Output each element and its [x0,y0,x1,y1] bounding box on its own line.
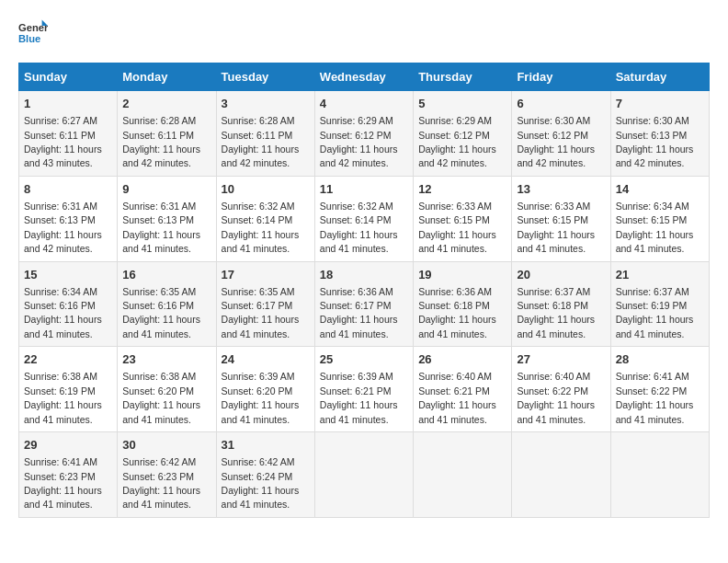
cell-content: Sunrise: 6:38 AMSunset: 6:20 PMDaylight:… [122,371,200,424]
calendar-cell [314,432,413,518]
day-number: 10 [222,181,310,198]
day-number: 11 [320,181,408,198]
cell-content: Sunrise: 6:40 AMSunset: 6:21 PMDaylight:… [418,371,496,424]
cell-content: Sunrise: 6:38 AMSunset: 6:19 PMDaylight:… [24,371,102,424]
day-number: 13 [517,181,605,198]
header-thursday: Thursday [414,63,512,91]
calendar-cell [414,432,512,518]
cell-content: Sunrise: 6:36 AMSunset: 6:18 PMDaylight:… [418,286,496,339]
day-number: 29 [24,437,112,454]
logo: General Blue [18,18,48,48]
calendar-cell: 17Sunrise: 6:35 AMSunset: 6:17 PMDayligh… [216,261,314,347]
calendar-cell: 14Sunrise: 6:34 AMSunset: 6:15 PMDayligh… [610,176,709,261]
cell-content: Sunrise: 6:29 AMSunset: 6:12 PMDaylight:… [320,115,398,168]
page-header: General Blue [18,18,710,48]
cell-content: Sunrise: 6:40 AMSunset: 6:22 PMDaylight:… [517,371,595,424]
calendar-cell: 9Sunrise: 6:31 AMSunset: 6:13 PMDaylight… [118,176,216,261]
day-number: 31 [222,437,310,454]
calendar-week-3: 15Sunrise: 6:34 AMSunset: 6:16 PMDayligh… [19,261,710,347]
day-number: 22 [24,351,112,368]
calendar-cell: 23Sunrise: 6:38 AMSunset: 6:20 PMDayligh… [118,347,216,432]
calendar-cell: 11Sunrise: 6:32 AMSunset: 6:14 PMDayligh… [314,176,413,261]
header-saturday: Saturday [610,63,709,91]
calendar-cell: 5Sunrise: 6:29 AMSunset: 6:12 PMDaylight… [414,91,512,177]
day-number: 21 [616,267,704,283]
calendar-cell: 15Sunrise: 6:34 AMSunset: 6:16 PMDayligh… [19,261,118,347]
cell-content: Sunrise: 6:37 AMSunset: 6:19 PMDaylight:… [616,286,694,339]
cell-content: Sunrise: 6:39 AMSunset: 6:21 PMDaylight:… [320,371,398,424]
calendar-cell: 24Sunrise: 6:39 AMSunset: 6:20 PMDayligh… [216,347,314,432]
cell-content: Sunrise: 6:42 AMSunset: 6:23 PMDaylight:… [122,456,200,510]
cell-content: Sunrise: 6:30 AMSunset: 6:13 PMDaylight:… [616,115,694,168]
day-number: 27 [517,351,605,368]
day-number: 5 [418,96,506,112]
day-number: 23 [122,351,210,368]
svg-text:Blue: Blue [18,33,40,44]
calendar-cell: 6Sunrise: 6:30 AMSunset: 6:12 PMDaylight… [512,91,610,177]
calendar-table: SundayMondayTuesdayWednesdayThursdayFrid… [18,63,710,518]
calendar-cell [610,432,709,518]
day-number: 26 [418,351,506,368]
day-number: 8 [24,181,112,198]
calendar-cell: 31Sunrise: 6:42 AMSunset: 6:24 PMDayligh… [216,432,314,518]
cell-content: Sunrise: 6:33 AMSunset: 6:15 PMDaylight:… [418,201,496,254]
day-number: 12 [418,181,506,198]
cell-content: Sunrise: 6:28 AMSunset: 6:11 PMDaylight:… [122,115,200,168]
calendar-cell: 27Sunrise: 6:40 AMSunset: 6:22 PMDayligh… [512,347,610,432]
header-friday: Friday [512,63,610,91]
calendar-cell: 16Sunrise: 6:35 AMSunset: 6:16 PMDayligh… [118,261,216,347]
cell-content: Sunrise: 6:42 AMSunset: 6:24 PMDaylight:… [222,456,300,510]
calendar-cell: 18Sunrise: 6:36 AMSunset: 6:17 PMDayligh… [314,261,413,347]
calendar-cell: 10Sunrise: 6:32 AMSunset: 6:14 PMDayligh… [216,176,314,261]
calendar-cell: 1Sunrise: 6:27 AMSunset: 6:11 PMDaylight… [19,91,118,177]
calendar-cell: 3Sunrise: 6:28 AMSunset: 6:11 PMDaylight… [216,91,314,177]
calendar-week-2: 8Sunrise: 6:31 AMSunset: 6:13 PMDaylight… [19,176,710,261]
calendar-cell: 22Sunrise: 6:38 AMSunset: 6:19 PMDayligh… [19,347,118,432]
calendar-cell: 21Sunrise: 6:37 AMSunset: 6:19 PMDayligh… [610,261,709,347]
day-number: 17 [222,267,310,283]
day-number: 28 [616,351,704,368]
calendar-cell: 8Sunrise: 6:31 AMSunset: 6:13 PMDaylight… [19,176,118,261]
cell-content: Sunrise: 6:34 AMSunset: 6:16 PMDaylight:… [24,286,102,339]
cell-content: Sunrise: 6:34 AMSunset: 6:15 PMDaylight:… [616,201,694,254]
calendar-cell: 29Sunrise: 6:41 AMSunset: 6:23 PMDayligh… [19,432,118,518]
calendar-header-row: SundayMondayTuesdayWednesdayThursdayFrid… [19,63,710,91]
calendar-cell: 19Sunrise: 6:36 AMSunset: 6:18 PMDayligh… [414,261,512,347]
day-number: 4 [320,96,408,112]
calendar-cell: 4Sunrise: 6:29 AMSunset: 6:12 PMDaylight… [314,91,413,177]
header-wednesday: Wednesday [314,63,413,91]
calendar-cell: 12Sunrise: 6:33 AMSunset: 6:15 PMDayligh… [414,176,512,261]
header-monday: Monday [118,63,216,91]
cell-content: Sunrise: 6:31 AMSunset: 6:13 PMDaylight:… [122,201,200,254]
calendar-cell: 28Sunrise: 6:41 AMSunset: 6:22 PMDayligh… [610,347,709,432]
cell-content: Sunrise: 6:32 AMSunset: 6:14 PMDaylight:… [320,201,398,254]
day-number: 24 [222,351,310,368]
day-number: 15 [24,267,112,283]
day-number: 20 [517,267,605,283]
cell-content: Sunrise: 6:35 AMSunset: 6:16 PMDaylight:… [122,286,200,339]
cell-content: Sunrise: 6:29 AMSunset: 6:12 PMDaylight:… [418,115,496,168]
day-number: 9 [122,181,210,198]
cell-content: Sunrise: 6:37 AMSunset: 6:18 PMDaylight:… [517,286,595,339]
calendar-week-4: 22Sunrise: 6:38 AMSunset: 6:19 PMDayligh… [19,347,710,432]
calendar-week-5: 29Sunrise: 6:41 AMSunset: 6:23 PMDayligh… [19,432,710,518]
day-number: 14 [616,181,704,198]
cell-content: Sunrise: 6:35 AMSunset: 6:17 PMDaylight:… [222,286,300,339]
calendar-cell: 7Sunrise: 6:30 AMSunset: 6:13 PMDaylight… [610,91,709,177]
calendar-cell: 30Sunrise: 6:42 AMSunset: 6:23 PMDayligh… [118,432,216,518]
calendar-cell: 20Sunrise: 6:37 AMSunset: 6:18 PMDayligh… [512,261,610,347]
day-number: 2 [122,96,210,112]
day-number: 25 [320,351,408,368]
cell-content: Sunrise: 6:28 AMSunset: 6:11 PMDaylight:… [222,115,300,168]
header-tuesday: Tuesday [216,63,314,91]
day-number: 3 [222,96,310,112]
cell-content: Sunrise: 6:30 AMSunset: 6:12 PMDaylight:… [517,115,595,168]
day-number: 16 [122,267,210,283]
cell-content: Sunrise: 6:36 AMSunset: 6:17 PMDaylight:… [320,286,398,339]
cell-content: Sunrise: 6:39 AMSunset: 6:20 PMDaylight:… [222,371,300,424]
cell-content: Sunrise: 6:41 AMSunset: 6:23 PMDaylight:… [24,456,102,510]
cell-content: Sunrise: 6:27 AMSunset: 6:11 PMDaylight:… [24,115,102,168]
cell-content: Sunrise: 6:32 AMSunset: 6:14 PMDaylight:… [222,201,300,254]
calendar-cell: 25Sunrise: 6:39 AMSunset: 6:21 PMDayligh… [314,347,413,432]
logo-icon: General Blue [18,18,48,48]
